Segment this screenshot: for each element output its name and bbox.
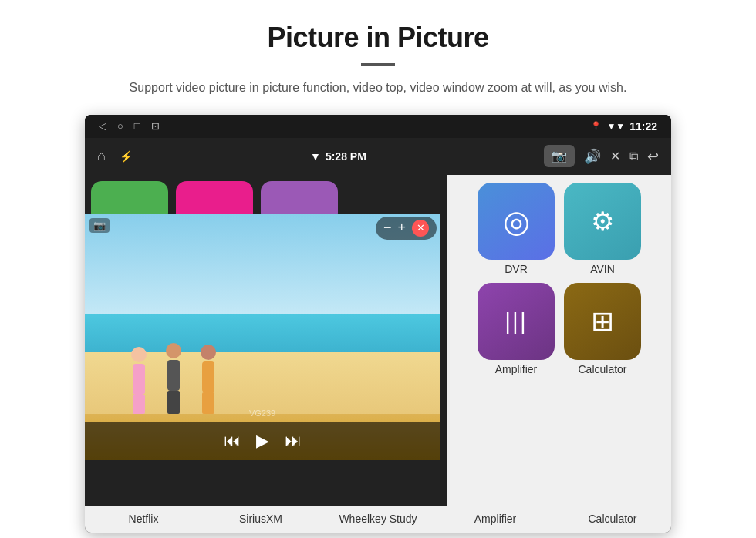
playback-controls: ⏮ ▶ ⏭ [85, 422, 440, 460]
status-bar-right: 📍 ▼▼ 11:22 [590, 120, 657, 133]
avin-symbol: ⚙ [591, 206, 614, 237]
wifi-icon: ▼▼ [606, 121, 625, 132]
amplifier-app-wrapper: ||| Amplifier [478, 283, 555, 375]
calculator-symbol: ⊞ [591, 305, 614, 338]
dvr-label: DVR [505, 263, 528, 275]
title-divider [361, 63, 395, 66]
page: Picture in Picture Support video picture… [0, 0, 756, 533]
home-icon[interactable]: ⌂ [97, 148, 106, 164]
wifi-time-group: ▼ 5:28 PM [310, 150, 366, 163]
figure-1 [131, 347, 147, 414]
calculator-bottom-label: Calculator [588, 513, 636, 525]
dvr-symbol: ◎ [503, 203, 530, 239]
avin-label: AVIN [590, 263, 615, 275]
main-content: 📷 − + ✕ ⏮ ▶ ⏭ VG239 [85, 175, 671, 506]
amplifier-symbol: ||| [505, 308, 527, 335]
recent-nav-icon[interactable]: □ [134, 120, 140, 132]
page-title: Picture in Picture [267, 22, 488, 54]
watermark: VG239 [249, 409, 275, 418]
avin-icon[interactable]: ⚙ [564, 183, 641, 260]
app-bar-time: 5:28 PM [326, 150, 366, 163]
pip-close-button[interactable]: ✕ [412, 220, 429, 237]
wheelkey-label: Wheelkey Study [339, 513, 417, 525]
pip-plus-button[interactable]: + [397, 220, 406, 236]
app-bar-left: ⌂ ⚡ [97, 148, 133, 164]
pip-minus-button[interactable]: − [383, 220, 392, 236]
calculator-label: Calculator [578, 363, 626, 375]
netflix-label-item: Netflix [89, 513, 197, 525]
amplifier-bottom-label: Amplifier [474, 513, 516, 525]
status-bar: ◁ ○ □ ⊡ 📍 ▼▼ 11:22 [85, 115, 671, 138]
close-pip-icon[interactable]: ✕ [610, 149, 620, 163]
nav-icons: ◁ ○ □ ⊡ [99, 120, 160, 132]
dvr-app-wrapper: ◎ DVR [478, 183, 555, 275]
amplifier-label: Amplifier [495, 363, 537, 375]
pip-controls: − + ✕ [376, 217, 437, 240]
bottom-labels: Netflix SiriusXM Wheelkey Study Amplifie… [85, 506, 671, 533]
figure-2 [166, 343, 181, 414]
siriusxm-label-item: SiriusXM [207, 513, 315, 525]
forward-button[interactable]: ⏭ [285, 431, 302, 451]
calculator-icon[interactable]: ⊞ [564, 283, 641, 360]
pip-mode-icon[interactable]: ⧉ [629, 150, 638, 163]
siriusxm-label: SiriusXM [239, 513, 282, 525]
wheelkey-label-item: Wheelkey Study [324, 513, 432, 525]
device-frame: ◁ ○ □ ⊡ 📍 ▼▼ 11:22 ⌂ ⚡ ▼ 5:28 PM 📷 [85, 115, 671, 533]
camera-button[interactable]: 📷 [544, 145, 575, 167]
calculator-app-wrapper: ⊞ Calculator [564, 283, 641, 375]
amplifier-label-item: Amplifier [441, 513, 549, 525]
pip-video[interactable]: 📷 − + ✕ ⏮ ▶ ⏭ VG239 [85, 214, 440, 460]
screenshot-nav-icon[interactable]: ⊡ [151, 120, 160, 132]
rewind-button[interactable]: ⏮ [224, 431, 241, 451]
app-bar-right: 📷 🔊 ✕ ⧉ ↩ [544, 145, 659, 167]
amplifier-icon[interactable]: ||| [478, 283, 555, 360]
volume-icon[interactable]: 🔊 [584, 148, 601, 165]
usb-icon: ⚡ [120, 150, 133, 163]
figure-3 [201, 345, 216, 414]
location-icon: 📍 [590, 121, 602, 132]
wifi-signal-icon: ▼ [310, 150, 321, 163]
avin-app-wrapper: ⚙ AVIN [564, 183, 641, 275]
play-button[interactable]: ▶ [256, 431, 269, 451]
calculator-label-item: Calculator [559, 513, 667, 525]
pip-camera-icon: 📷 [89, 218, 110, 233]
figures [131, 343, 216, 414]
subtitle: Support video picture in picture functio… [130, 78, 627, 98]
netflix-label: Netflix [129, 513, 159, 525]
dvr-icon[interactable]: ◎ [478, 183, 555, 260]
home-nav-icon[interactable]: ○ [117, 120, 123, 132]
back-nav-icon[interactable]: ◁ [99, 120, 106, 132]
pip-overlay: 📷 − + ✕ ⏮ ▶ ⏭ VG239 [85, 214, 447, 506]
status-time: 11:22 [629, 120, 657, 133]
app-row-1: ◎ DVR ⚙ AVIN [455, 183, 663, 275]
video-section: 📷 − + ✕ ⏮ ▶ ⏭ VG239 [85, 175, 447, 506]
app-back-icon[interactable]: ↩ [647, 148, 659, 165]
app-row-2: ||| Amplifier ⊞ Calculator [455, 283, 663, 375]
app-bar: ⌂ ⚡ ▼ 5:28 PM 📷 🔊 ✕ ⧉ ↩ [85, 138, 671, 175]
app-grid: ◎ DVR ⚙ AVIN ||| [447, 175, 671, 506]
